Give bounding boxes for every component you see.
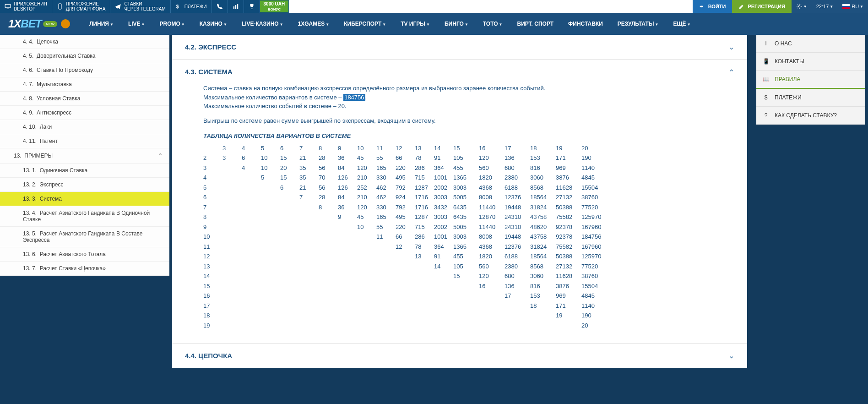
chevron-down-icon: ▼ bbox=[687, 22, 691, 27]
nav-item-10[interactable]: ВИРТ. СПОРТ bbox=[510, 15, 560, 33]
toc-item[interactable]: 4. 9. Антиэкспресс bbox=[0, 106, 169, 120]
chevron-down-icon: ▼ bbox=[223, 22, 227, 27]
table-row: 17181711140 bbox=[203, 301, 607, 311]
phone-link[interactable] bbox=[212, 0, 228, 13]
stats-icon bbox=[233, 3, 239, 10]
svg-rect-1 bbox=[59, 4, 61, 9]
sidenav-icon: i bbox=[763, 40, 769, 47]
payments-link[interactable]: $ ПЛАТЕЖИ bbox=[171, 0, 212, 13]
nav-item-6[interactable]: КИБЕРСПОРТ▼ bbox=[337, 15, 392, 33]
toc-item[interactable]: 13. 7. Расчет Ставки «Цепочка» bbox=[0, 262, 169, 276]
sidenav-item[interactable]: $ПЛАТЕЖИ bbox=[756, 89, 865, 107]
nav-item-0[interactable]: ЛИНИЯ▼ bbox=[83, 15, 120, 33]
chevron-down-icon: ▼ bbox=[830, 5, 833, 9]
section-4-3-head[interactable]: 4.3. СИСТЕМА ⌃ bbox=[172, 60, 747, 84]
flag-icon bbox=[842, 4, 850, 9]
svg-rect-5 bbox=[237, 4, 238, 9]
section-4-4: 4.4. ЦЕПОЧКА ⌄ bbox=[172, 344, 747, 368]
sidenav-item[interactable]: 📱КОНТАКТЫ bbox=[756, 53, 865, 71]
chevron-down-icon: ▼ bbox=[860, 5, 863, 9]
telegram-icon bbox=[115, 3, 121, 10]
toc-item[interactable]: 4. 8. Условная Ставка bbox=[0, 92, 169, 106]
chevron-down-icon: ▼ bbox=[110, 22, 114, 27]
logo[interactable]: 1XBET bbox=[8, 17, 41, 30]
toc-item[interactable]: 13. 6. Расчет Азиатского Тотала bbox=[0, 247, 169, 262]
login-icon bbox=[699, 3, 705, 10]
nav-item-9[interactable]: ТОТО▼ bbox=[477, 15, 509, 33]
lang-switch[interactable]: RU▼ bbox=[838, 0, 868, 13]
toc-item[interactable]: 4. 10. Лаки bbox=[0, 120, 169, 134]
table-row: 1314105560238085682713277520 bbox=[203, 262, 607, 272]
app-mobile[interactable]: ПРИЛОЖЕНИЕДЛЯ СМАРТФОНА bbox=[52, 0, 111, 13]
chevron-down-icon: ▼ bbox=[465, 22, 468, 27]
table-row: 11127836413654368123763182475582167960 bbox=[203, 242, 607, 252]
settings-button[interactable]: ▼ bbox=[792, 0, 812, 13]
toc-item[interactable]: 13. 4. Расчет Азиатского Гандикапа В Оди… bbox=[0, 206, 169, 227]
sidenav-icon: $ bbox=[763, 94, 769, 101]
chevron-down-icon: ▼ bbox=[803, 5, 807, 9]
sidenav-icon: ? bbox=[763, 112, 769, 119]
toc-section[interactable]: 13. ПРИМЕРЫ⌃ bbox=[0, 148, 169, 164]
section-4-4-head[interactable]: 4.4. ЦЕПОЧКА ⌄ bbox=[172, 344, 747, 368]
chevron-down-icon: ▼ bbox=[141, 22, 145, 27]
right-sidebar: iО НАС📱КОНТАКТЫ📖ПРАВИЛА$ПЛАТЕЖИ?КАК СДЕЛ… bbox=[756, 35, 865, 125]
nav-item-3[interactable]: КАЗИНО▼ bbox=[193, 15, 233, 33]
table-row: 16171539694845 bbox=[203, 291, 607, 301]
bonus-badge[interactable]: 3000 UAHБОНУС bbox=[260, 0, 289, 13]
chevron-down-icon: ▼ bbox=[382, 22, 386, 27]
login-button[interactable]: ВОЙТИ bbox=[693, 0, 732, 13]
toc-item[interactable]: 4. 11. Патент bbox=[0, 134, 169, 148]
table-title: ТАБЛИЦА КОЛИЧЕСТВА ВАРИАНТОВ В СИСТЕМЕ bbox=[203, 131, 734, 141]
desktop-icon bbox=[5, 3, 11, 10]
toc-item[interactable]: 4. 4. Цепочка bbox=[0, 35, 169, 49]
sidenav-item[interactable]: 📖ПРАВИЛА bbox=[756, 71, 865, 89]
toc-item[interactable]: 4. 7. Мультиставка bbox=[0, 77, 169, 92]
toc-item[interactable]: 4. 6. Ставка По Промокоду bbox=[0, 63, 169, 77]
stats-link[interactable] bbox=[228, 0, 244, 13]
toc-item[interactable]: 13. 2. Экспресс bbox=[0, 178, 169, 192]
app-desktop[interactable]: ПРИЛОЖЕНИЯDESKTOP bbox=[0, 0, 52, 13]
svg-rect-4 bbox=[235, 5, 236, 9]
table-row: 1011662861001300380081944843758923781847… bbox=[203, 232, 607, 242]
chevron-up-icon: ⌃ bbox=[157, 152, 163, 159]
nav-item-4[interactable]: LIVE-КАЗИНО▼ bbox=[235, 15, 290, 33]
nav-item-1[interactable]: LIVE▼ bbox=[122, 15, 152, 33]
nav-item-12[interactable]: РЕЗУЛЬТАТЫ▼ bbox=[611, 15, 665, 33]
chevron-down-icon: ▼ bbox=[181, 22, 185, 27]
navbar: 1XBET NEW ЛИНИЯ▼LIVE▼PROMO▼КАЗИНО▼LIVE-К… bbox=[0, 13, 868, 35]
nav-item-11[interactable]: ФИНСТАВКИ bbox=[562, 15, 609, 33]
sidenav-item[interactable]: ?КАК СДЕЛАТЬ СТАВКУ? bbox=[756, 107, 865, 125]
bets-telegram[interactable]: СТАВКИЧЕРЕЗ TELEGRAM bbox=[110, 0, 170, 13]
clock[interactable]: 22:17▼ bbox=[812, 0, 838, 13]
register-button[interactable]: РЕГИСТРАЦИЯ bbox=[732, 0, 791, 13]
nav-item-8[interactable]: БИНГО▼ bbox=[438, 15, 475, 33]
toc: 4. 4. Цепочка4. 5. Доверительная Ставка4… bbox=[0, 35, 169, 276]
toc-item[interactable]: 13. 1. Одиночная Ставка bbox=[0, 164, 169, 178]
gear-icon bbox=[796, 3, 803, 10]
nav-item-2[interactable]: PROMO▼ bbox=[153, 15, 191, 33]
toc-item[interactable]: 4. 5. Доверительная Ставка bbox=[0, 49, 169, 63]
sidenav-icon: 📱 bbox=[763, 58, 769, 65]
left-sidebar: 4. 4. Цепочка4. 5. Доверительная Ставка4… bbox=[0, 35, 169, 276]
sidenav-item[interactable]: iО НАС bbox=[756, 35, 865, 53]
max-variants-highlight: 184756 bbox=[343, 94, 365, 101]
table-row: 9105522071520025005114402431048620923781… bbox=[203, 222, 607, 232]
section-4-2: 4.2. ЭКСПРЕСС ⌄ bbox=[172, 35, 747, 60]
nav-item-13[interactable]: ЕЩЁ▼ bbox=[667, 15, 697, 33]
svg-rect-3 bbox=[233, 6, 234, 9]
toc-item[interactable]: 13. 5. Расчет Азиатского Гандикапа В Сос… bbox=[0, 227, 169, 247]
chevron-down-icon: ⌄ bbox=[729, 44, 734, 51]
table-row: 1920 bbox=[203, 321, 607, 331]
trophy-link[interactable] bbox=[244, 0, 260, 13]
nav-item-7[interactable]: TV ИГРЫ▼ bbox=[394, 15, 436, 33]
table-row: 4515357012621033049571510011365182023803… bbox=[203, 173, 607, 183]
svg-text:$: $ bbox=[176, 4, 179, 9]
table-row: 8945165495128730036435128702431043758755… bbox=[203, 212, 607, 222]
mobile-icon bbox=[57, 3, 63, 10]
section-4-3-body: Система – ставка на полную комбинацию эк… bbox=[172, 84, 747, 343]
toc-item[interactable]: 13. 3. Система bbox=[0, 192, 169, 206]
section-4-3: 4.3. СИСТЕМА ⌃ Система – ставка на полну… bbox=[172, 60, 747, 344]
table-row: 121391455182061881856450388125970 bbox=[203, 251, 607, 262]
section-4-2-head[interactable]: 4.2. ЭКСПРЕСС ⌄ bbox=[172, 35, 747, 59]
nav-item-5[interactable]: 1XGAMES▼ bbox=[292, 15, 336, 33]
